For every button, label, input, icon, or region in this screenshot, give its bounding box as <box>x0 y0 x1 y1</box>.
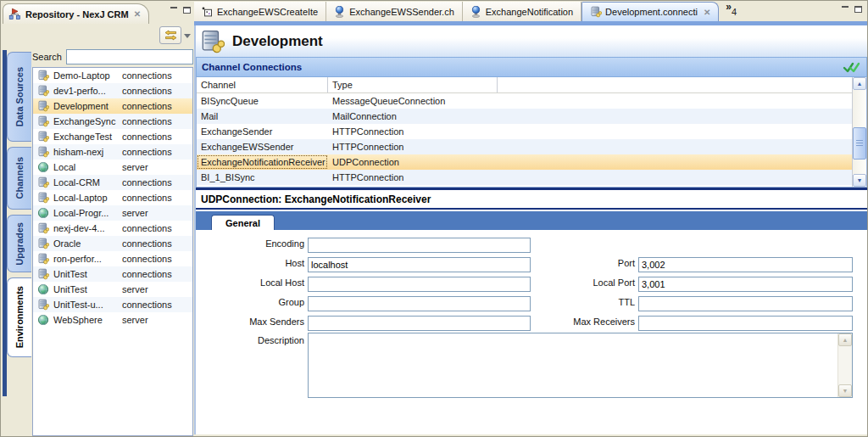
minimize-icon[interactable] <box>842 5 849 13</box>
column-header-empty <box>498 77 852 92</box>
field-input-port[interactable] <box>638 257 853 272</box>
close-icon[interactable]: ✕ <box>704 8 710 17</box>
cell-type[interactable]: HTTPConnection <box>328 170 498 185</box>
tree-item-type: connections <box>122 300 172 310</box>
database-icon <box>37 146 49 158</box>
table-row[interactable]: ExchangeSenderHTTPConnection <box>197 124 852 139</box>
cell-channel[interactable]: ExchangeEWSSender <box>197 139 328 154</box>
channel-icon <box>334 6 345 18</box>
detail-section-title: UDPConnection: ExchangeNotificationRecei… <box>196 190 867 210</box>
cell-channel[interactable]: ExchangeSender <box>197 124 328 139</box>
scroll-up-icon[interactable]: ▲ <box>853 77 866 90</box>
scroll-up-icon[interactable]: ▲ <box>838 333 852 346</box>
description-scrollbar[interactable]: ▲ ▼ <box>837 333 852 397</box>
cell-type[interactable]: HTTPConnection <box>328 124 498 139</box>
sync-arrows-icon <box>164 30 178 41</box>
cell-channel[interactable]: ExchangeNotificationReceiver <box>197 154 328 170</box>
table-row[interactable]: BI_1_BISyncHTTPConnection <box>197 170 852 185</box>
description-field[interactable]: ▲ ▼ <box>308 333 853 398</box>
minimize-icon[interactable] <box>170 6 178 14</box>
cell-channel[interactable]: BI_1_BISync <box>197 170 328 185</box>
server-icon <box>37 161 49 173</box>
channel-connections-table: Channel Type BISyncQueueMessageQueueConn… <box>196 77 867 188</box>
tree-item-name: Local-CRM <box>53 177 118 188</box>
nexj-studio-window: Repository - NexJ CRM ✕ Data SourcesChan… <box>0 0 868 437</box>
tree-item-name: Demo-Laptop <box>53 70 118 81</box>
table-row[interactable]: ExchangeEWSSenderHTTPConnection <box>197 139 852 154</box>
tree-item-type: connections <box>122 147 172 157</box>
scroll-down-icon[interactable]: ▼ <box>853 174 866 187</box>
field-input-max-receivers[interactable] <box>638 316 853 331</box>
tree-item[interactable]: Oracleconnections <box>33 236 192 251</box>
message-icon <box>202 6 213 18</box>
tree-item[interactable]: UnitTestserver <box>33 282 192 297</box>
table-scrollbar[interactable]: ▲ ▼ <box>852 77 866 187</box>
field-input-ttl[interactable] <box>638 296 853 311</box>
table-row[interactable]: ExchangeNotificationReceiverUDPConnectio… <box>197 154 852 170</box>
repository-close-icon[interactable]: ✕ <box>133 9 142 19</box>
database-icon <box>37 176 49 188</box>
tab-overflow-indicator[interactable]: » 4 <box>719 2 737 21</box>
tree-item[interactable]: ExchangeTestconnections <box>33 129 192 144</box>
repository-icon <box>8 8 21 20</box>
cell-type[interactable]: HTTPConnection <box>328 139 498 154</box>
scrollbar-thumb[interactable] <box>853 127 866 160</box>
tree-item[interactable]: ExchangeSyncconnections <box>33 114 192 129</box>
field-input-local-port[interactable] <box>638 277 853 292</box>
cell-type[interactable]: UDPConnection <box>328 154 498 170</box>
tree-item[interactable]: ron-perfor...connections <box>33 251 192 266</box>
tree-item[interactable]: hisham-nexjconnections <box>33 144 192 160</box>
tree-item[interactable]: Local-Progr...server <box>33 205 192 221</box>
maximize-icon[interactable] <box>854 6 862 13</box>
tree-item-type: connections <box>122 238 172 249</box>
maximize-icon[interactable] <box>183 7 191 14</box>
cell-channel[interactable]: Mail <box>197 109 328 124</box>
channel-connections-header: Channel Connections <box>196 57 867 77</box>
tree-item-name: Local-Progr... <box>53 208 118 218</box>
database-icon <box>37 192 49 204</box>
editor-tab-label: Development.connecti <box>605 7 698 17</box>
tree-item[interactable]: Developmentconnections <box>33 98 192 114</box>
tree-item[interactable]: UnitTestconnections <box>33 266 192 282</box>
editor-tab-exchangeewscreateite[interactable]: ExchangeEWSCreateIte <box>194 2 326 21</box>
tree-item-type: server <box>122 208 148 218</box>
editor-tab-exchangeewssender-ch[interactable]: ExchangeEWSSender.ch <box>326 2 463 21</box>
table-row[interactable]: MailMailConnection <box>197 109 852 124</box>
tree-item[interactable]: UnitTest-u...connections <box>33 297 192 312</box>
server-icon <box>37 314 49 326</box>
tree-item[interactable]: nexj-dev-4...connections <box>33 221 192 236</box>
sidebar-tab-upgrades[interactable]: Upgrades <box>7 215 31 272</box>
cell-channel[interactable]: BISyncQueue <box>197 93 328 109</box>
field-input-encoding[interactable] <box>308 238 531 253</box>
column-header-channel[interactable]: Channel <box>197 77 328 92</box>
sidebar-tab-environments[interactable]: Environments <box>7 277 31 357</box>
editor-tab-label: ExchangeEWSSender.ch <box>349 7 454 17</box>
search-input[interactable] <box>66 49 193 64</box>
tab-general[interactable]: General <box>211 215 275 230</box>
channel-icon <box>470 6 481 18</box>
table-row[interactable]: BISyncQueueMessageQueueConnection <box>197 93 852 109</box>
tree-item-type: connections <box>122 70 172 81</box>
editor-tab-exchangenotification[interactable]: ExchangeNotification <box>463 2 581 21</box>
tree-item-name: ron-perfor... <box>53 254 118 264</box>
tree-item[interactable]: WebSphereserver <box>33 312 192 328</box>
view-menu-icon[interactable] <box>184 34 191 38</box>
field-label-max-receivers: Max Receivers <box>526 317 635 327</box>
tree-item-type: connections <box>122 101 172 111</box>
sidebar-tab-data-sources[interactable]: Data Sources <box>7 52 31 142</box>
tree-item[interactable]: Demo-Laptopconnections <box>33 68 192 83</box>
cell-type[interactable]: MessageQueueConnection <box>328 93 498 109</box>
tree-item[interactable]: Localserver <box>33 160 192 175</box>
repository-toolbar <box>3 24 194 47</box>
tree-item[interactable]: dev1-perfo...connections <box>33 83 192 98</box>
scroll-down-icon[interactable]: ▼ <box>838 384 852 397</box>
editor-tab-development-connecti[interactable]: Development.connecti✕ <box>581 2 719 21</box>
repository-view-tab[interactable]: Repository - NexJ CRM ✕ <box>3 3 149 24</box>
tree-item[interactable]: Local-Laptopconnections <box>33 190 192 205</box>
tree-item-name: UnitTest <box>53 269 118 279</box>
cell-type[interactable]: MailConnection <box>328 109 498 124</box>
sidebar-tab-channels[interactable]: Channels <box>7 147 31 210</box>
link-with-editor-button[interactable] <box>159 26 181 44</box>
tree-item[interactable]: Local-CRMconnections <box>33 175 192 190</box>
column-header-type[interactable]: Type <box>328 77 498 92</box>
